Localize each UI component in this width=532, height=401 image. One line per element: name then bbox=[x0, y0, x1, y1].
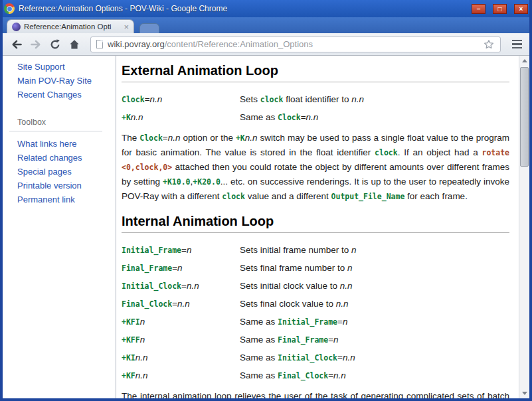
paragraph: The internal animation loop relieves the… bbox=[122, 389, 509, 398]
tab-title: Reference:Animation Opti bbox=[24, 23, 120, 31]
section-heading-internal-animation-loop: Internal Animation Loop bbox=[122, 213, 509, 233]
definition-term: +KFFn bbox=[122, 333, 240, 347]
definition-desc: Sets clock float identifier to n.n bbox=[240, 93, 509, 106]
maximize-button[interactable]: □ bbox=[493, 4, 507, 14]
tab-close-icon[interactable]: × bbox=[124, 23, 129, 31]
definition-row: Final_Frame=n Sets final frame number to… bbox=[122, 262, 509, 275]
definition-desc: Same as Clock=n.n bbox=[240, 111, 509, 124]
definition-term: Initial_Clock=n.n bbox=[122, 280, 240, 293]
url-text: wiki.povray.org/content/Reference:Animat… bbox=[108, 39, 313, 49]
address-bar[interactable]: wiki.povray.org/content/Reference:Animat… bbox=[90, 37, 501, 52]
menu-icon bbox=[512, 40, 522, 42]
definition-term: Clock=n.n bbox=[122, 93, 240, 106]
sidebar-link-printable-version[interactable]: Printable version bbox=[17, 181, 110, 191]
scroll-down-button[interactable] bbox=[519, 388, 529, 398]
arrow-down-icon bbox=[522, 392, 527, 395]
menu-button[interactable] bbox=[508, 37, 525, 52]
forward-icon bbox=[29, 38, 43, 51]
paragraph: The Clock=n.n option or the +Kn.n switch… bbox=[122, 131, 509, 204]
toolbox-divider bbox=[9, 131, 102, 131]
definition-row: +KFIn Same as Initial_Frame=n bbox=[122, 315, 509, 329]
definition-desc: Sets initial frame number to n bbox=[240, 244, 509, 257]
definition-list: Initial_Frame=n Sets initial frame numbe… bbox=[122, 244, 509, 382]
article: External Animation Loop Clock=n.n Sets c… bbox=[116, 56, 519, 398]
chrome-logo-icon bbox=[4, 3, 15, 14]
definition-term: Final_Clock=n.n bbox=[122, 297, 240, 311]
sidebar-link-related-changes[interactable]: Related changes bbox=[17, 153, 110, 163]
minimize-icon: – bbox=[477, 5, 481, 13]
definition-term: +KFIn bbox=[122, 315, 240, 329]
definition-row: +Kn.n Same as Clock=n.n bbox=[122, 111, 509, 124]
close-button[interactable]: × bbox=[514, 4, 528, 14]
minimize-button[interactable]: – bbox=[472, 4, 486, 14]
reload-button[interactable] bbox=[46, 37, 64, 52]
tab-strip: Reference:Animation Opti × bbox=[0, 17, 532, 33]
tab-active[interactable]: Reference:Animation Opti × bbox=[7, 19, 134, 33]
section-heading-external-animation-loop: External Animation Loop bbox=[122, 62, 509, 82]
home-icon bbox=[68, 38, 81, 51]
scrollbar-thumb[interactable] bbox=[520, 67, 529, 167]
page-content: Site Support Main POV-Ray Site Recent Ch… bbox=[3, 56, 529, 398]
definition-desc: Same as Final_Clock=n.n bbox=[240, 369, 509, 382]
new-tab-button[interactable] bbox=[139, 23, 159, 33]
definition-term: Initial_Frame=n bbox=[122, 244, 240, 257]
definition-term: +KIn.n bbox=[122, 351, 240, 364]
home-button[interactable] bbox=[66, 37, 83, 52]
scroll-up-button[interactable] bbox=[519, 56, 529, 66]
sidebar-link-special-pages[interactable]: Special pages bbox=[17, 167, 110, 177]
back-icon bbox=[10, 38, 23, 51]
definition-desc: Same as Initial_Clock=n.n bbox=[240, 351, 509, 364]
definition-row: Initial_Frame=n Sets initial frame numbe… bbox=[122, 244, 509, 257]
definition-row: Final_Clock=n.n Sets final clock value t… bbox=[122, 297, 509, 311]
definition-row: Clock=n.n Sets clock float identifier to… bbox=[122, 93, 509, 106]
toolbox-header: Toolbox bbox=[17, 118, 110, 127]
definition-desc: Sets final clock value to n.n bbox=[240, 297, 509, 311]
definition-row: +KFn.n Same as Final_Clock=n.n bbox=[122, 369, 509, 382]
definition-row: +KIn.n Same as Initial_Clock=n.n bbox=[122, 351, 509, 364]
definition-term: +Kn.n bbox=[122, 111, 240, 124]
povray-favicon bbox=[12, 23, 21, 31]
forward-button[interactable] bbox=[27, 37, 44, 52]
back-button[interactable] bbox=[8, 37, 25, 52]
reload-icon bbox=[48, 38, 62, 51]
sidebar-link-main-povray-site[interactable]: Main POV-Ray Site bbox=[17, 76, 110, 86]
browser-window: Reference:Animation Options - POV-Wiki -… bbox=[0, 0, 532, 401]
definition-term: +KFn.n bbox=[122, 369, 240, 382]
window-titlebar[interactable]: Reference:Animation Options - POV-Wiki -… bbox=[0, 0, 532, 17]
browser-toolbar: wiki.povray.org/content/Reference:Animat… bbox=[0, 33, 532, 56]
arrow-up-icon bbox=[522, 59, 527, 62]
definition-row: Initial_Clock=n.n Sets initial clock val… bbox=[122, 280, 509, 293]
sidebar-link-recent-changes[interactable]: Recent Changes bbox=[17, 90, 110, 100]
definition-desc: Sets initial clock value to n.n bbox=[240, 280, 509, 293]
definition-term: Final_Frame=n bbox=[122, 262, 240, 275]
close-icon: × bbox=[519, 5, 523, 13]
definition-desc: Same as Initial_Frame=n bbox=[240, 315, 509, 329]
url-path: /content/Reference:Animation_Options bbox=[165, 39, 313, 49]
sidebar-link-permanent-link[interactable]: Permanent link bbox=[17, 195, 110, 204]
definition-list: Clock=n.n Sets clock float identifier to… bbox=[122, 93, 509, 124]
sidebar: Site Support Main POV-Ray Site Recent Ch… bbox=[3, 56, 116, 398]
sidebar-link-what-links-here[interactable]: What links here bbox=[17, 139, 110, 149]
maximize-icon: □ bbox=[497, 5, 501, 13]
scrollbar[interactable] bbox=[519, 56, 529, 398]
bookmark-star-icon[interactable] bbox=[483, 39, 495, 50]
window-title: Reference:Animation Options - POV-Wiki -… bbox=[19, 4, 464, 13]
sidebar-link-site-support[interactable]: Site Support bbox=[17, 62, 110, 72]
url-host: wiki.povray.org bbox=[108, 39, 165, 49]
definition-row: +KFFn Same as Final_Frame=n bbox=[122, 333, 509, 347]
definition-desc: Sets final frame number to n bbox=[240, 262, 509, 275]
definition-desc: Same as Final_Frame=n bbox=[240, 333, 509, 347]
page-icon bbox=[96, 40, 103, 48]
